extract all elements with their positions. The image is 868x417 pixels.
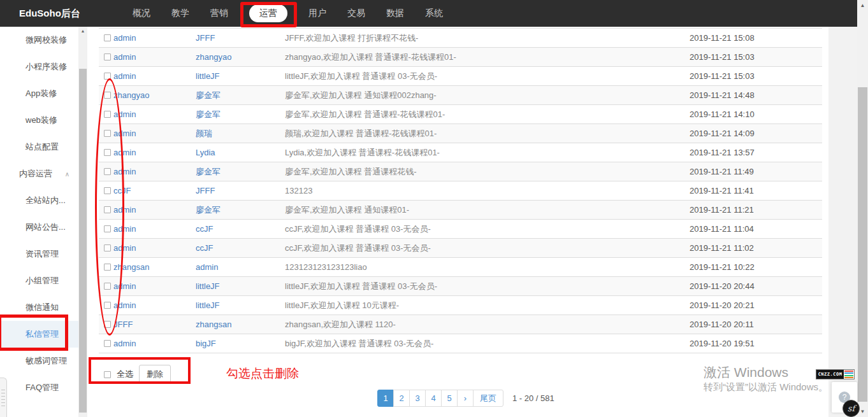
receiver-link[interactable]: JFFF	[196, 186, 285, 195]
table-row: JFFF zhangsan zhangsan,欢迎加入课程 1120- 2019…	[99, 315, 822, 334]
window-scrollbar[interactable]: ▲ ▼	[857, 0, 868, 417]
sidebar-item[interactable]: App装修 ∧	[0, 80, 78, 107]
sender-link[interactable]: zhangyao	[113, 90, 196, 100]
receiver-link[interactable]: littleJF	[196, 281, 285, 291]
receiver-link[interactable]: bigJF	[196, 339, 285, 348]
nav-item[interactable]: 运营	[249, 4, 287, 22]
row-checkbox[interactable]	[104, 225, 111, 232]
sender-link[interactable]: admin	[113, 71, 196, 81]
next-page-button[interactable]: ›	[457, 390, 474, 407]
row-checkbox[interactable]	[104, 130, 111, 137]
message-content: zhangsan,欢迎加入课程 1120-	[285, 319, 690, 330]
row-checkbox[interactable]	[104, 302, 111, 309]
row-checkbox[interactable]	[104, 244, 111, 251]
sender-link[interactable]: admin	[113, 339, 196, 348]
windows-activation-watermark: 激活 Windows	[704, 364, 788, 381]
sidebar-item[interactable]: 微信通知 ∧	[0, 294, 78, 321]
symfony-debug-badge[interactable]: sf	[843, 400, 860, 417]
scroll-up-arrow-icon[interactable]: ▲	[857, 3, 868, 8]
sender-link[interactable]: admin	[113, 52, 196, 62]
sidebar-item[interactable]: 站点配置 ∧	[0, 134, 78, 160]
sidebar-item[interactable]: 微网校装修 ∧	[0, 27, 78, 53]
receiver-link[interactable]: littleJF	[196, 71, 285, 81]
page-button[interactable]: 1	[377, 390, 394, 407]
sidebar-item[interactable]: 全站站内... ∧	[0, 187, 78, 214]
page-button[interactable]: 4	[425, 390, 442, 407]
sidebar-item-label: 内容运营	[19, 168, 52, 180]
sidebar-item[interactable]: 私信管理 ∧	[0, 321, 78, 348]
row-checkbox[interactable]	[104, 340, 111, 347]
row-checkbox[interactable]	[104, 187, 111, 194]
nav-item[interactable]: 交易	[347, 4, 365, 22]
sidebar-item[interactable]: 内容运营 ∧	[0, 160, 78, 187]
row-checkbox[interactable]	[104, 264, 111, 271]
sender-link[interactable]: admin	[113, 148, 196, 157]
receiver-link[interactable]: littleJF	[196, 300, 285, 310]
select-all-checkbox[interactable]	[104, 371, 111, 378]
receiver-link[interactable]: 廖金军	[196, 204, 285, 216]
receiver-link[interactable]: ccJF	[196, 224, 285, 234]
sender-link[interactable]: admin	[113, 167, 196, 176]
receiver-link[interactable]: 廖金军	[196, 109, 285, 120]
receiver-link[interactable]: admin	[196, 262, 285, 272]
row-checkbox[interactable]	[104, 149, 111, 156]
sender-link[interactable]: admin	[113, 300, 196, 310]
sidebar-scrollbar[interactable]: ▲	[78, 27, 87, 417]
receiver-link[interactable]: zhangsan	[196, 320, 285, 329]
sender-link[interactable]: admin	[113, 33, 196, 43]
row-checkbox[interactable]	[104, 168, 111, 175]
nav-item[interactable]: 营销	[210, 4, 228, 22]
sidebar-item[interactable]: 小组管理 ∧	[0, 267, 78, 294]
row-checkbox[interactable]	[104, 206, 111, 213]
sender-link[interactable]: JFFF	[113, 320, 196, 329]
sidebar-item[interactable]: 小程序装修 ∧	[0, 53, 78, 80]
row-checkbox[interactable]	[104, 92, 111, 99]
nav-item[interactable]: 概况	[133, 4, 150, 22]
receiver-link[interactable]: 颜瑞	[196, 128, 285, 139]
sender-link[interactable]: admin	[113, 129, 196, 138]
message-time: 2019-11-20 20:44	[690, 281, 755, 291]
sidebar-item[interactable]: 网站公告... ∧	[0, 214, 78, 241]
sidebar-scrollbar-thumb[interactable]	[79, 69, 87, 413]
browser-mini-widget[interactable]	[0, 378, 7, 417]
sidebar-item[interactable]: 敏感词管理 ∧	[0, 348, 78, 374]
receiver-link[interactable]: 廖金军	[196, 166, 285, 178]
window-scrollbar-thumb[interactable]	[858, 87, 867, 402]
last-page-button[interactable]: 尾页	[473, 390, 503, 407]
message-content: littleJF,欢迎加入课程 10元课程-	[285, 300, 690, 311]
row-checkbox[interactable]	[104, 73, 111, 80]
sender-link[interactable]: admin	[113, 110, 196, 119]
page-button[interactable]: 3	[409, 390, 426, 407]
sender-link[interactable]: admin	[113, 205, 196, 215]
sidebar-item[interactable]: web装修 ∧	[0, 107, 78, 134]
receiver-link[interactable]: JFFF	[196, 33, 285, 43]
row-checkbox[interactable]	[104, 321, 111, 328]
sender-link[interactable]: admin	[113, 224, 196, 234]
cnzz-stats-badge[interactable]: CNZZ.COM	[816, 369, 855, 379]
receiver-link[interactable]: zhangyao	[196, 52, 285, 62]
sender-link[interactable]: admin	[113, 281, 196, 291]
page-button[interactable]: 5	[441, 390, 458, 407]
nav-item[interactable]: 系统	[425, 4, 443, 22]
receiver-link[interactable]: 廖金军	[196, 90, 285, 101]
app-logo: EduSoho后台	[19, 8, 108, 20]
sidebar-item[interactable]: FAQ管理 ∧	[0, 374, 78, 401]
page-button[interactable]: 2	[393, 390, 410, 407]
receiver-link[interactable]: ccJF	[196, 243, 285, 253]
scroll-up-arrow-icon[interactable]: ▲	[78, 29, 87, 33]
sidebar-item[interactable]: 资讯管理 ∧	[0, 241, 78, 267]
sidebar-item-label: 小组管理	[25, 275, 59, 286]
row-checkbox[interactable]	[104, 111, 111, 118]
nav-item[interactable]: 教学	[171, 4, 189, 22]
row-checkbox[interactable]	[104, 53, 111, 60]
nav-item[interactable]: 用户	[308, 4, 326, 22]
sender-link[interactable]: admin	[113, 243, 196, 253]
row-checkbox[interactable]	[104, 34, 111, 41]
delete-button[interactable]: 删除	[139, 365, 171, 384]
sender-link[interactable]: ccJF	[113, 186, 196, 195]
message-time: 2019-11-21 11:02	[690, 243, 754, 253]
receiver-link[interactable]: Lydia	[196, 148, 285, 157]
row-checkbox[interactable]	[104, 283, 111, 290]
nav-item[interactable]: 数据	[386, 4, 404, 22]
sender-link[interactable]: zhangsan	[113, 262, 196, 272]
